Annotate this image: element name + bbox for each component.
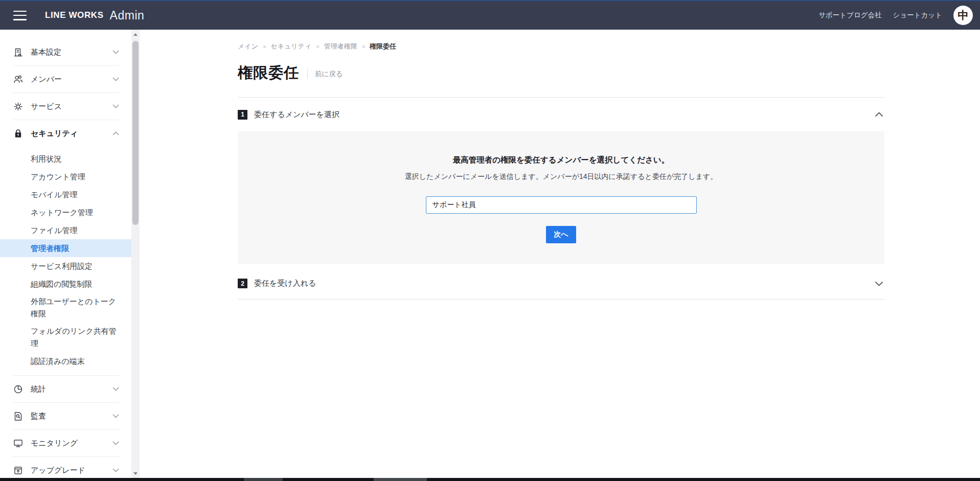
audit-document-icon <box>13 411 24 422</box>
breadcrumb-security[interactable]: セキュリティ <box>270 42 311 51</box>
upgrade-box-icon <box>13 465 24 476</box>
step-2-title: 委任を受け入れる <box>254 279 316 288</box>
member-search-input[interactable] <box>426 196 697 214</box>
pie-chart-icon <box>13 384 24 395</box>
main-content: メイン > セキュリティ > 管理者権限 > 権限委任 権限委任 前に戻る 1 … <box>140 30 980 478</box>
sidebar-item-basic-settings[interactable]: 基本設定 <box>0 39 131 65</box>
chevron-up-icon[interactable] <box>874 110 884 119</box>
sidebar-item-members[interactable]: メンバー <box>0 66 131 93</box>
title-divider <box>307 69 308 79</box>
brand-logo: LINE WORKS <box>45 10 104 20</box>
page-title: 権限委任 <box>238 64 299 81</box>
monitor-icon <box>13 438 24 449</box>
next-button[interactable]: 次へ <box>546 226 576 243</box>
taskbar-segment <box>374 478 427 481</box>
sidebar-item-label: 基本設定 <box>31 48 61 57</box>
step-2-number-badge: 2 <box>238 279 247 288</box>
sidebar-item-label: アップグレード <box>31 466 85 475</box>
sidebar-item-admin-rights[interactable]: 管理者権限 <box>0 239 131 257</box>
taskbar-strip <box>0 478 980 481</box>
chevron-down-icon <box>112 414 119 418</box>
chevron-down-icon <box>112 468 119 472</box>
sidebar-item-services[interactable]: サービス <box>0 93 131 120</box>
sidebar-item-account-management[interactable]: アカウント管理 <box>0 168 131 186</box>
step-2-section: 2 委任を受け入れる <box>238 268 884 300</box>
sidebar-item-mobile-management[interactable]: モバイル管理 <box>0 186 131 203</box>
page-header: 権限委任 前に戻る <box>238 64 884 81</box>
sidebar-item-security[interactable]: セキュリティ <box>0 120 131 147</box>
building-icon <box>13 47 24 58</box>
chevron-down-icon <box>112 387 119 391</box>
chevron-down-icon <box>112 441 119 445</box>
taskbar-segment <box>244 478 283 481</box>
sidebar-item-orgchart-view-restriction[interactable]: 組織図の閲覧制限 <box>0 275 131 293</box>
sidebar-subitem-label: 外部ユーザーとのトーク権限 <box>31 295 119 320</box>
chevron-down-icon[interactable] <box>874 279 884 288</box>
hamburger-menu-icon[interactable] <box>13 11 27 20</box>
sidebar-item-label: サービス <box>31 102 62 111</box>
sidebar-scrollbar[interactable] <box>131 30 140 478</box>
sidebar-subitem-label: サービス利用設定 <box>31 260 93 272</box>
avatar[interactable]: 中 <box>953 6 973 25</box>
company-name-link[interactable]: サポートブログ会社 <box>818 11 881 20</box>
breadcrumb-main[interactable]: メイン <box>238 42 258 51</box>
chevron-down-icon <box>112 50 119 54</box>
sidebar-subitem-label: フォルダのリンク共有管理 <box>31 325 119 350</box>
sidebar-item-label: モニタリング <box>31 439 78 448</box>
lock-icon <box>13 128 24 139</box>
sidebar-item-service-usage-settings[interactable]: サービス利用設定 <box>0 257 131 275</box>
sidebar-subitem-label: 管理者権限 <box>31 242 69 255</box>
topbar: LINE WORKS Admin サポートブログ会社 ショートカット 中 <box>0 0 980 30</box>
sidebar-item-statistics[interactable]: 統計 <box>0 376 131 402</box>
back-link[interactable]: 前に戻る <box>315 70 343 81</box>
topbar-right: サポートブログ会社 ショートカット 中 <box>818 6 973 25</box>
sidebar-subitem-label: 利用状況 <box>31 153 61 165</box>
breadcrumb-separator: > <box>362 43 365 50</box>
scrollbar-thumb[interactable] <box>132 41 139 225</box>
sidebar-item-usage-status[interactable]: 利用状況 <box>0 150 131 168</box>
sidebar-item-label: 統計 <box>31 384 46 394</box>
breadcrumb-admin-rights[interactable]: 管理者権限 <box>324 42 357 51</box>
sidebar-subitem-label: モバイル管理 <box>31 189 77 201</box>
chevron-down-icon <box>112 104 119 108</box>
sidebar-item-audit[interactable]: 監査 <box>0 403 131 429</box>
step-1-header[interactable]: 1 委任するメンバーを選択 <box>238 98 884 131</box>
sidebar-subitem-label: ファイル管理 <box>31 224 77 237</box>
breadcrumb: メイン > セキュリティ > 管理者権限 > 権限委任 <box>238 42 884 51</box>
admin-console-page: LINE WORKS Admin サポートブログ会社 ショートカット 中 基本設… <box>0 0 980 481</box>
security-submenu: 利用状況 アカウント管理 モバイル管理 ネットワーク管理 ファイル管理 管理者権… <box>0 147 131 375</box>
sidebar: 基本設定 メンバー サービス <box>0 30 140 478</box>
sidebar-subitem-label: 認証済みの端末 <box>31 355 85 368</box>
product-name: Admin <box>110 9 145 22</box>
sidebar-item-network-management[interactable]: ネットワーク管理 <box>0 203 131 221</box>
sidebar-item-label: 監査 <box>31 411 46 421</box>
gear-icon <box>13 101 24 112</box>
panel-heading: 最高管理者の権限を委任するメンバーを選択してください。 <box>238 155 884 166</box>
sidebar-item-authenticated-devices[interactable]: 認証済みの端末 <box>0 352 131 370</box>
sidebar-item-upgrade[interactable]: アップグレード <box>0 457 131 478</box>
step-1-title: 委任するメンバーを選択 <box>254 110 339 120</box>
step-2-header[interactable]: 2 委任を受け入れる <box>238 268 884 299</box>
breadcrumb-separator: > <box>316 43 319 50</box>
sidebar-item-label: メンバー <box>31 75 62 84</box>
breadcrumb-current: 権限委任 <box>370 42 396 51</box>
scrollbar-up-arrow[interactable] <box>131 31 140 38</box>
sidebar-item-monitoring[interactable]: モニタリング <box>0 430 131 456</box>
sidebar-subitem-label: アカウント管理 <box>31 171 85 183</box>
panel-description: 選択したメンバーにメールを送信します。メンバーが14日以内に承諾すると委任が完了… <box>238 172 884 181</box>
people-icon <box>13 74 24 85</box>
shortcut-link[interactable]: ショートカット <box>893 11 942 20</box>
chevron-up-icon <box>112 131 119 135</box>
sidebar-subitem-label: ネットワーク管理 <box>31 207 93 219</box>
step-1-section: 1 委任するメンバーを選択 最高管理者の権限を委任するメンバーを選択してください… <box>238 97 884 264</box>
step-1-number-badge: 1 <box>238 110 247 120</box>
sidebar-item-folder-link-sharing[interactable]: フォルダのリンク共有管理 <box>0 323 131 352</box>
delegation-panel: 最高管理者の権限を委任するメンバーを選択してください。 選択したメンバーにメール… <box>238 131 884 264</box>
breadcrumb-separator: > <box>263 43 266 50</box>
sidebar-item-file-management[interactable]: ファイル管理 <box>0 221 131 239</box>
sidebar-menu: 基本設定 メンバー サービス <box>0 30 131 478</box>
scrollbar-down-arrow[interactable] <box>131 470 140 477</box>
sidebar-item-external-user-talk-rights[interactable]: 外部ユーザーとのトーク権限 <box>0 293 131 323</box>
chevron-down-icon <box>112 77 119 81</box>
sidebar-subitem-label: 組織図の閲覧制限 <box>31 278 92 290</box>
